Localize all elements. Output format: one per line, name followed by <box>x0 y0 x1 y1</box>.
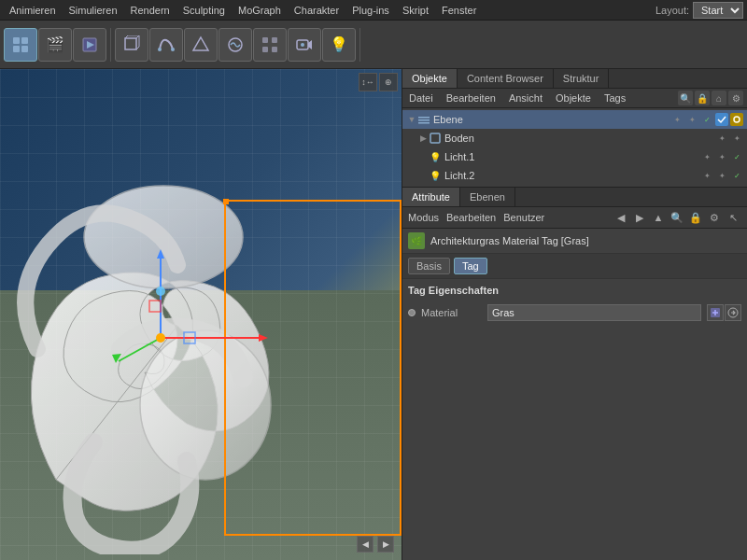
obj-badges-licht2: ✦ ✦ ✓ <box>700 169 743 182</box>
svg-rect-39 <box>430 133 440 143</box>
viewport[interactable]: ↕↔ ⊕ ◀ ▶ <box>0 69 402 560</box>
attr-icon-settings[interactable]: ⚙ <box>706 209 723 226</box>
vp-zoom[interactable]: ⊕ <box>379 73 398 91</box>
attr-menu-icons: ◀ ▶ ▲ 🔍 🔒 ⚙ ↖ <box>613 209 741 226</box>
toolbar-film-btn[interactable]: 🎬 <box>38 28 72 62</box>
toolbar-animate-btn[interactable] <box>4 28 37 62</box>
badge-l2a: ✦ <box>700 169 713 182</box>
obj-expand-boden[interactable]: ▶ <box>417 133 429 144</box>
obj-icon-licht2: 💡 <box>429 169 442 182</box>
prop-btn-arrow[interactable] <box>725 304 741 321</box>
obj-icon-search[interactable]: 🔍 <box>678 91 693 105</box>
svg-line-29 <box>119 338 161 361</box>
attr-icon-back[interactable]: ◀ <box>613 209 629 226</box>
prop-value-material[interactable] <box>487 304 701 321</box>
attr-icon-lock[interactable]: 🔒 <box>687 209 704 226</box>
svg-rect-1 <box>21 37 28 44</box>
menu-rendern[interactable]: Rendern <box>125 3 176 18</box>
obj-menu-bearbeiten[interactable]: Bearbeiten <box>444 91 499 105</box>
main-area: ↕↔ ⊕ ◀ ▶ Objekte Content Browser Struktu… <box>0 69 747 560</box>
menu-animieren[interactable]: Animieren <box>4 3 62 18</box>
obj-badges-boden: ✦ ✦ <box>715 132 743 145</box>
obj-icon-boden <box>429 132 442 145</box>
obj-name-boden: Boden <box>444 133 715 144</box>
nav-left[interactable]: ◀ <box>357 536 374 553</box>
attr-menu-bearbeiten[interactable]: Bearbeiten <box>446 212 496 223</box>
obj-icon-home[interactable]: ⌂ <box>712 91 726 105</box>
svg-rect-17 <box>272 37 277 43</box>
tab-ebenen[interactable]: Ebenen <box>460 188 515 206</box>
svg-marker-30 <box>112 354 121 363</box>
attr-icon-cursor[interactable]: ↖ <box>725 209 741 226</box>
toolbar-deform-btn[interactable] <box>218 28 252 62</box>
obj-name-ebene: Ebene <box>433 114 670 125</box>
obj-icon-lock[interactable]: 🔒 <box>695 91 710 105</box>
obj-menu-ansicht[interactable]: Ansicht <box>506 91 545 105</box>
svg-point-32 <box>156 287 165 296</box>
toolbar-camera-btn[interactable] <box>288 28 321 62</box>
tab-content-browser[interactable]: Content Browser <box>458 69 554 88</box>
svg-rect-37 <box>418 122 430 124</box>
badge-vis[interactable]: ✓ <box>700 113 713 126</box>
obj-row-licht2[interactable]: 💡 Licht.2 ✦ ✦ ✓ <box>402 166 747 185</box>
layout-label: Layout: <box>655 5 689 16</box>
badge-special1[interactable] <box>715 113 728 126</box>
tab-struktur[interactable]: Struktur <box>554 69 610 88</box>
prop-btn-browse[interactable] <box>707 304 724 321</box>
obj-expand-licht1[interactable] <box>417 151 429 162</box>
badge-l2vis[interactable]: ✓ <box>730 169 743 182</box>
material-tag-icon: 🌿 <box>408 232 425 249</box>
toolbar-record-btn[interactable] <box>73 28 106 62</box>
prop-dot-material[interactable] <box>408 309 416 316</box>
obj-row-licht1[interactable]: 💡 Licht.1 ✦ ✦ ✓ <box>402 147 747 166</box>
obj-row-ebene[interactable]: ▼ Ebene ✦ ✦ ✓ <box>402 110 747 129</box>
menu-mograph[interactable]: MoGraph <box>233 3 287 18</box>
menu-charakter[interactable]: Charakter <box>289 3 345 18</box>
material-tag-name: Architekturgras Material Tag [Gras] <box>430 235 589 246</box>
nav-right[interactable]: ▶ <box>377 536 394 553</box>
attr-menu-modus[interactable]: Modus <box>408 212 439 223</box>
menu-skript[interactable]: Skript <box>397 3 434 18</box>
tab-attribute[interactable]: Attribute <box>402 188 460 206</box>
obj-expand-licht2[interactable] <box>417 170 429 181</box>
transform-gizmo[interactable] <box>86 263 235 414</box>
toolbar-nurbs-btn[interactable] <box>149 28 183 62</box>
badge-special2[interactable] <box>730 113 743 126</box>
obj-menu-tags[interactable]: Tags <box>601 91 628 105</box>
obj-name-licht1: Licht.1 <box>444 151 700 162</box>
toolbar: 🎬 💡 <box>0 21 747 69</box>
menu-sculpting[interactable]: Sculpting <box>177 3 231 18</box>
attr-icon-forward[interactable]: ▶ <box>631 209 648 226</box>
obj-row-boden[interactable]: ▶ Boden ✦ ✦ <box>402 129 747 147</box>
vp-nav-arrows[interactable]: ↕↔ <box>359 73 377 91</box>
obj-menu-objekte[interactable]: Objekte <box>553 91 594 105</box>
menu-plugins[interactable]: Plug-ins <box>346 3 395 18</box>
menu-simulieren[interactable]: Simulieren <box>63 3 123 18</box>
toolbar-light-btn[interactable]: 💡 <box>322 28 356 62</box>
toolbar-grid-btn[interactable] <box>253 28 287 62</box>
nav-arrows: ◀ ▶ <box>357 536 394 553</box>
obj-menu-icon-group: 🔍 🔒 ⌂ ⚙ <box>678 91 743 105</box>
subtab-basis[interactable]: Basis <box>408 258 450 274</box>
tab-objekte[interactable]: Objekte <box>402 69 458 88</box>
obj-menu-datei[interactable]: Datei <box>406 91 436 105</box>
svg-rect-34 <box>149 301 161 312</box>
svg-rect-6 <box>125 38 136 49</box>
objects-list: ▼ Ebene ✦ ✦ ✓ <box>402 108 747 187</box>
obj-icon-settings[interactable]: ⚙ <box>728 91 743 105</box>
attr-icon-search[interactable]: 🔍 <box>669 209 685 226</box>
menu-fenster[interactable]: Fenster <box>436 3 482 18</box>
svg-point-38 <box>734 117 740 122</box>
attr-icon-up[interactable]: ▲ <box>650 209 667 226</box>
obj-expand-ebene[interactable]: ▼ <box>406 114 417 125</box>
attr-menu-benutzer[interactable]: Benutzer <box>503 212 544 223</box>
subtab-tag[interactable]: Tag <box>454 258 487 274</box>
svg-rect-18 <box>262 47 268 52</box>
prop-section-title: Tag Eigenschaften <box>408 285 741 296</box>
layout-dropdown[interactable]: Start <box>693 2 743 19</box>
toolbar-cube-btn[interactable] <box>115 28 148 62</box>
svg-point-12 <box>158 48 162 51</box>
svg-rect-3 <box>21 46 28 52</box>
badge-l1vis[interactable]: ✓ <box>730 150 743 163</box>
toolbar-obj-btn[interactable] <box>184 28 218 62</box>
